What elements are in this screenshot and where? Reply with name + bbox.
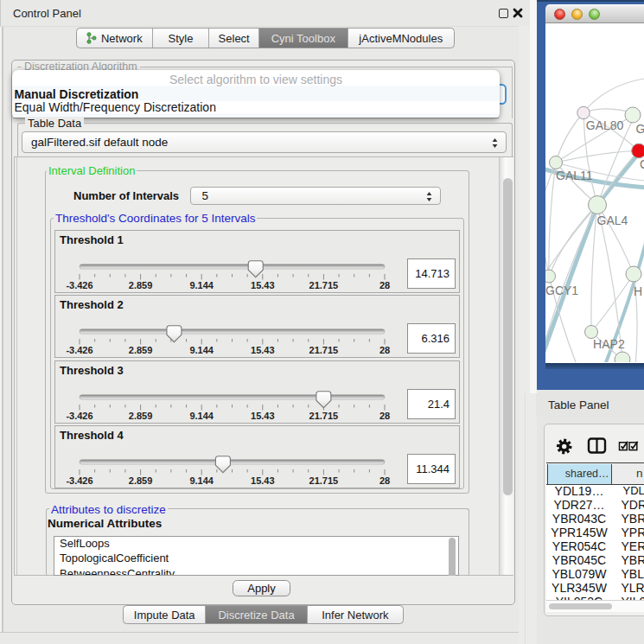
svg-text:21.715: 21.715 [309,280,339,290]
svg-text:-3.426: -3.426 [66,410,92,420]
svg-text:C: C [640,157,644,171]
svg-text:9.144: 9.144 [189,475,214,486]
svg-text:15.43: 15.43 [251,280,275,290]
svg-text:-3.426: -3.426 [66,280,92,290]
svg-text:-3.426: -3.426 [66,345,92,355]
svg-text:9.144: 9.144 [189,280,214,290]
svg-text:GCY1: GCY1 [545,284,578,297]
svg-text:2.859: 2.859 [129,475,153,486]
svg-text:28: 28 [379,475,390,486]
svg-text:2.859: 2.859 [129,280,153,290]
svg-text:15.43: 15.43 [251,345,275,355]
svg-text:2.859: 2.859 [129,345,153,355]
svg-text:15.43: 15.43 [251,410,275,420]
svg-text:9.144: 9.144 [189,410,214,420]
svg-text:GAL4: GAL4 [597,214,628,227]
svg-text:-3.426: -3.426 [66,475,92,486]
svg-text:GAL11: GAL11 [556,169,593,182]
svg-text:9.144: 9.144 [189,345,214,355]
svg-text:21.715: 21.715 [309,410,339,420]
svg-text:HAP2: HAP2 [593,337,625,351]
svg-text:21.715: 21.715 [309,345,339,355]
svg-text:28: 28 [379,410,390,420]
svg-text:28: 28 [379,280,390,290]
svg-text:21.715: 21.715 [309,475,339,486]
svg-text:28: 28 [379,345,390,355]
svg-text:GAL80: GAL80 [586,118,624,132]
svg-text:G: G [636,122,644,136]
svg-text:H: H [634,284,642,298]
svg-text:15.43: 15.43 [251,475,275,486]
svg-text:2.859: 2.859 [129,410,153,420]
